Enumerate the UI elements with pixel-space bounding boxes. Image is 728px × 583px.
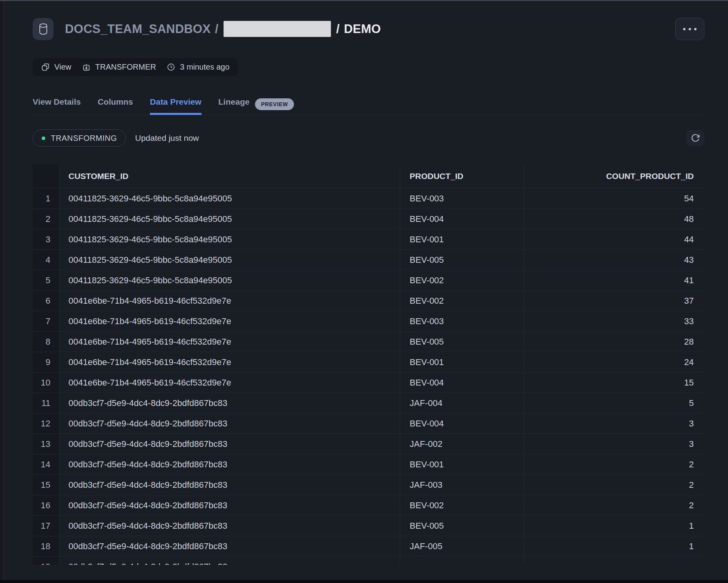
tab-columns[interactable]: Columns <box>98 97 133 115</box>
cell-product-id: BEV-001 <box>400 454 524 474</box>
table-row: 18 00db3cf7-d5e9-4dc4-8dc9-2bdfd867bc83 … <box>33 536 704 556</box>
cell-count-product-id: 15 <box>524 373 704 393</box>
cell-count-product-id: 54 <box>524 188 704 208</box>
row-index: 1 <box>33 188 59 208</box>
cell-product-id: BEV-002 <box>400 495 524 515</box>
object-type-badge: View <box>41 63 71 72</box>
cell-count-product-id <box>524 557 704 565</box>
table-header-row: CUSTOMER_ID PRODUCT_ID COUNT_PRODUCT_ID <box>33 164 704 188</box>
object-role-badge: TRANSFORMER <box>82 63 156 72</box>
table-row: 14 00db3cf7-d5e9-4dc4-8dc9-2bdfd867bc83 … <box>33 454 704 474</box>
cell-customer-id: 00411825-3629-46c5-9bbc-5c8a94e95005 <box>59 250 400 270</box>
cell-product-id: BEV-002 <box>400 270 524 290</box>
table-row: 6 0041e6be-71b4-4965-b619-46cf532d9e7e B… <box>33 290 704 311</box>
cell-product-id <box>400 557 524 565</box>
cell-customer-id: 0041e6be-71b4-4965-b619-46cf532d9e7e <box>59 311 400 331</box>
breadcrumb-separator: / <box>215 22 218 36</box>
data-preview-table[interactable]: CUSTOMER_ID PRODUCT_ID COUNT_PRODUCT_ID … <box>33 164 704 565</box>
cell-customer-id: 00db3cf7-d5e9-4dc4-8dc9-2bdfd867bc83 <box>59 413 400 434</box>
row-index: 7 <box>33 311 59 331</box>
view-stack-icon <box>41 63 50 72</box>
table-row: 16 00db3cf7-d5e9-4dc4-8dc9-2bdfd867bc83 … <box>33 495 704 515</box>
table-row: 8 0041e6be-71b4-4965-b619-46cf532d9e7e B… <box>33 331 704 352</box>
cell-customer-id: 00411825-3629-46c5-9bbc-5c8a94e95005 <box>59 188 400 208</box>
refresh-icon <box>691 133 700 143</box>
cell-product-id: BEV-001 <box>400 229 524 249</box>
cell-product-id: BEV-005 <box>400 250 524 270</box>
cell-product-id: JAF-005 <box>400 536 524 556</box>
row-index: 16 <box>33 495 59 515</box>
cell-count-product-id: 1 <box>524 536 704 556</box>
row-index: 2 <box>33 209 59 229</box>
more-actions-button[interactable] <box>675 18 704 40</box>
column-header-customer-id: CUSTOMER_ID <box>59 164 400 188</box>
cell-count-product-id: 2 <box>524 454 704 474</box>
table-row: 12 00db3cf7-d5e9-4dc4-8dc9-2bdfd867bc83 … <box>33 413 704 434</box>
cell-product-id: BEV-004 <box>400 209 524 229</box>
tab-lineage[interactable]: Lineage <box>218 97 249 115</box>
object-age-label: 3 minutes ago <box>180 63 229 72</box>
row-index: 11 <box>33 393 59 413</box>
cell-customer-id: 0041e6be-71b4-4965-b619-46cf532d9e7e <box>59 352 400 372</box>
cell-count-product-id: 33 <box>524 311 704 331</box>
refresh-button[interactable] <box>686 130 704 146</box>
cell-count-product-id: 2 <box>524 475 704 495</box>
cell-customer-id: 00411825-3629-46c5-9bbc-5c8a94e95005 <box>59 229 400 249</box>
row-index: 19 <box>33 557 59 565</box>
row-number-header <box>33 164 59 188</box>
id-badge-icon <box>82 63 91 72</box>
breadcrumb-object: DEMO <box>344 22 381 36</box>
cell-product-id: BEV-003 <box>400 311 524 331</box>
redacted-schema-name <box>224 21 331 37</box>
table-row: 9 0041e6be-71b4-4965-b619-46cf532d9e7e B… <box>33 352 704 372</box>
cell-product-id: BEV-004 <box>400 373 524 393</box>
object-header: DOCS_TEAM_SANDBOX / / DEMO <box>33 18 704 40</box>
object-meta-badges: View TRANSFORMER <box>33 58 238 76</box>
status-label: TRANSFORMING <box>51 134 117 143</box>
row-index: 9 <box>33 352 59 372</box>
column-header-count-product-id: COUNT_PRODUCT_ID <box>524 164 704 188</box>
cell-count-product-id: 3 <box>524 434 704 454</box>
cell-product-id: BEV-003 <box>400 188 524 208</box>
cell-customer-id: 00411825-3629-46c5-9bbc-5c8a94e95005 <box>59 270 400 290</box>
lineage-preview-badge: PREVIEW <box>255 98 294 110</box>
table-row: 3 00411825-3629-46c5-9bbc-5c8a94e95005 B… <box>33 229 704 249</box>
cell-count-product-id: 41 <box>524 270 704 290</box>
table-row: 17 00db3cf7-d5e9-4dc4-8dc9-2bdfd867bc83 … <box>33 515 704 536</box>
table-row: 11 00db3cf7-d5e9-4dc4-8dc9-2bdfd867bc83 … <box>33 393 704 413</box>
cell-count-product-id: 5 <box>524 393 704 413</box>
object-age-badge: 3 minutes ago <box>166 63 229 72</box>
column-header-product-id: PRODUCT_ID <box>400 164 524 188</box>
cell-count-product-id: 48 <box>524 209 704 229</box>
tab-data-preview[interactable]: Data Preview <box>150 97 201 115</box>
database-object-tile <box>33 18 54 40</box>
cell-product-id: BEV-004 <box>400 413 524 434</box>
status-badge: TRANSFORMING <box>33 129 126 147</box>
cell-customer-id: 00db3cf7-d5e9-4dc4-8dc9-2bdfd867bc83 <box>59 475 400 495</box>
window-bottom-edge <box>0 580 728 583</box>
row-index: 10 <box>33 373 59 393</box>
table-row: 2 00411825-3629-46c5-9bbc-5c8a94e95005 B… <box>33 208 704 229</box>
cell-count-product-id: 2 <box>524 495 704 515</box>
cell-count-product-id: 1 <box>524 516 704 536</box>
window-left-rail <box>0 1 4 583</box>
clock-icon <box>166 63 176 72</box>
row-index: 8 <box>33 332 59 352</box>
row-index: 5 <box>33 270 59 290</box>
cell-product-id: JAF-004 <box>400 393 524 413</box>
page-title: DOCS_TEAM_SANDBOX / / DEMO <box>65 21 381 37</box>
cell-count-product-id: 28 <box>524 332 704 352</box>
ellipsis-icon <box>683 28 686 30</box>
object-role-label: TRANSFORMER <box>95 63 156 72</box>
tab-view-details[interactable]: View Details <box>33 97 81 115</box>
cell-customer-id: 00db3cf7-d5e9-4dc4-8dc9-2bdfd867bc83 <box>59 393 400 413</box>
preview-status-row: TRANSFORMING Updated just now <box>33 129 704 147</box>
table-row: 10 0041e6be-71b4-4965-b619-46cf532d9e7e … <box>33 372 704 393</box>
table-row: 7 0041e6be-71b4-4965-b619-46cf532d9e7e B… <box>33 311 704 331</box>
cell-product-id: BEV-002 <box>400 291 524 311</box>
table-row: 19 00db3cf7-d5e9-4dc4-8dc9-2bdfd867bc83 <box>33 556 704 565</box>
row-index: 14 <box>33 454 59 474</box>
cell-customer-id: 0041e6be-71b4-4965-b619-46cf532d9e7e <box>59 373 400 393</box>
cell-product-id: BEV-005 <box>400 332 524 352</box>
cell-customer-id: 00db3cf7-d5e9-4dc4-8dc9-2bdfd867bc83 <box>59 516 400 536</box>
